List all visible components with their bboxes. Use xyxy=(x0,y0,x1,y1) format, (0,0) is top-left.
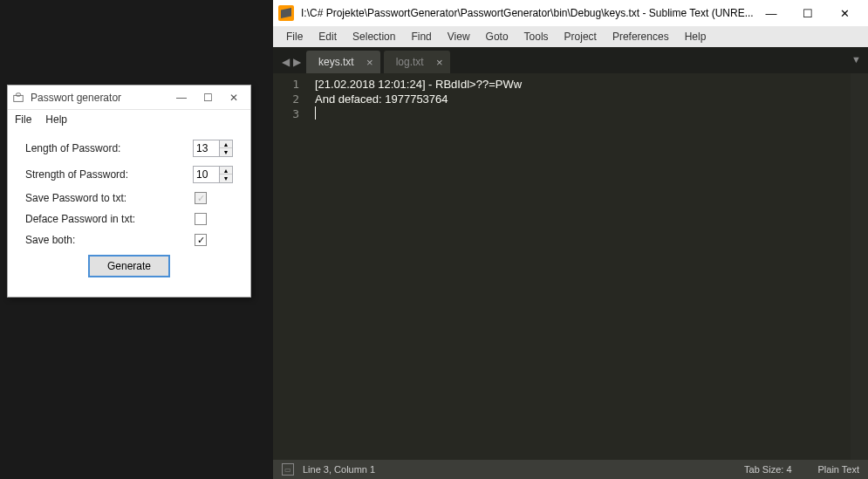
app-icon xyxy=(11,91,25,105)
strength-input[interactable] xyxy=(193,166,219,183)
menu-help[interactable]: Help xyxy=(677,28,714,45)
tab-more-icon[interactable]: ▼ xyxy=(851,54,861,65)
deface-label: Deface Password in txt: xyxy=(25,213,195,225)
sublime-icon xyxy=(278,5,294,21)
status-position[interactable]: Line 3, Column 1 xyxy=(303,464,375,475)
tab-close-icon[interactable]: × xyxy=(436,56,443,69)
save-both-label: Save both: xyxy=(25,234,195,246)
code-line: And defaced: 1977753764 xyxy=(315,92,844,106)
line-number: 3 xyxy=(273,106,308,121)
minimize-button[interactable]: — xyxy=(168,88,195,107)
tab-log[interactable]: log.txt × xyxy=(384,51,450,73)
length-label: Length of Password: xyxy=(25,142,193,154)
strength-up[interactable]: ▲ xyxy=(220,167,232,174)
sublime-menubar: File Edit Selection Find View Goto Tools… xyxy=(273,26,868,47)
deface-checkbox[interactable] xyxy=(195,213,207,225)
menu-file[interactable]: File xyxy=(278,28,311,45)
tab-keys[interactable]: keys.txt × xyxy=(306,51,380,73)
password-generator-window: Passwort generator — ☐ ✕ File Help Lengt… xyxy=(7,85,251,298)
code-line: [21.02.2018 12:01:24] - RBdIdl>??=PWw xyxy=(315,77,844,92)
length-up[interactable]: ▲ xyxy=(220,140,232,148)
sublime-titlebar[interactable]: I:\C# Projekte\PasswortGenerator\Passwor… xyxy=(273,0,868,26)
sublime-window: I:\C# Projekte\PasswortGenerator\Passwor… xyxy=(273,0,868,479)
menu-goto[interactable]: Goto xyxy=(478,28,516,45)
length-down[interactable]: ▼ xyxy=(220,148,232,156)
menu-find[interactable]: Find xyxy=(403,28,439,45)
menu-preferences[interactable]: Preferences xyxy=(605,28,677,45)
nav-back-icon[interactable]: ◀ xyxy=(282,56,290,68)
minimap[interactable] xyxy=(851,73,868,460)
gutter: 1 2 3 xyxy=(273,73,308,460)
menu-edit[interactable]: Edit xyxy=(311,28,345,45)
text-cursor xyxy=(315,106,316,120)
strength-stepper[interactable]: ▲ ▼ xyxy=(193,166,233,183)
pwgen-titlebar[interactable]: Passwort generator — ☐ ✕ xyxy=(8,86,250,110)
sublime-close[interactable]: ✕ xyxy=(826,1,863,25)
tab-label: keys.txt xyxy=(318,56,354,68)
menu-file[interactable]: File xyxy=(15,113,31,126)
close-button[interactable]: ✕ xyxy=(221,88,247,107)
status-panel-icon[interactable]: ▭ xyxy=(282,463,294,476)
save-txt-checkbox[interactable]: ✓ xyxy=(195,192,207,204)
line-number: 2 xyxy=(273,92,308,106)
menu-tools[interactable]: Tools xyxy=(516,28,557,45)
nav-forward-icon[interactable]: ▶ xyxy=(293,56,301,68)
sublime-maximize[interactable]: ☐ xyxy=(789,1,826,25)
menu-selection[interactable]: Selection xyxy=(345,28,403,45)
save-both-checkbox[interactable]: ✓ xyxy=(195,234,207,246)
length-input[interactable] xyxy=(193,140,219,157)
tab-close-icon[interactable]: × xyxy=(366,56,373,69)
length-stepper[interactable]: ▲ ▼ xyxy=(193,140,233,157)
tab-label: log.txt xyxy=(396,56,424,68)
maximize-button[interactable]: ☐ xyxy=(195,88,221,107)
generate-button[interactable]: Generate xyxy=(88,255,170,277)
menu-help[interactable]: Help xyxy=(45,113,67,126)
sublime-tabbar: ◀ ▶ keys.txt × log.txt × ▼ xyxy=(273,47,868,73)
menu-project[interactable]: Project xyxy=(557,28,605,45)
window-title: Passwort generator xyxy=(31,92,168,104)
status-tabsize[interactable]: Tab Size: 4 xyxy=(744,464,791,475)
statusbar: ▭ Line 3, Column 1 Tab Size: 4 Plain Tex… xyxy=(273,460,868,479)
status-syntax[interactable]: Plain Text xyxy=(818,464,860,475)
strength-down[interactable]: ▼ xyxy=(220,174,232,182)
strength-label: Strength of Password: xyxy=(25,168,193,181)
save-txt-label: Save Password to txt: xyxy=(25,192,195,204)
pwgen-body: Length of Password: ▲ ▼ Strength of Pass… xyxy=(8,129,250,297)
sublime-minimize[interactable]: — xyxy=(753,1,789,25)
sublime-title: I:\C# Projekte\PasswortGenerator\Passwor… xyxy=(301,7,753,19)
pwgen-menubar: File Help xyxy=(8,110,250,129)
code-editor[interactable]: 1 2 3 [21.02.2018 12:01:24] - RBdIdl>??=… xyxy=(273,73,868,460)
menu-view[interactable]: View xyxy=(440,28,478,45)
code-area[interactable]: [21.02.2018 12:01:24] - RBdIdl>??=PWwAnd… xyxy=(308,73,851,460)
line-number: 1 xyxy=(273,77,308,92)
